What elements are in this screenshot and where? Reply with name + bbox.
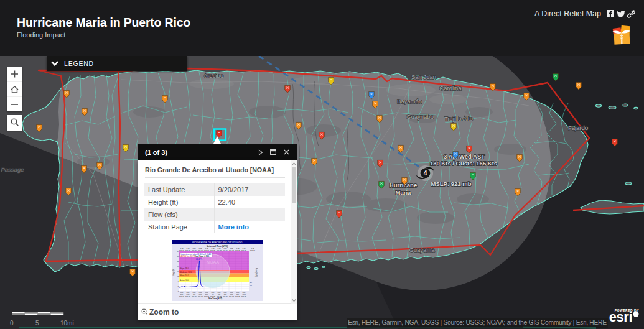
svg-text:Universal Time (UTC): Universal Time (UTC) — [207, 245, 228, 248]
svg-text:Guayama: Guayama — [409, 246, 435, 253]
svg-text:Sep 20: Sep 20 — [198, 249, 203, 251]
svg-text:Action: 10.0: Action: 10.0 — [180, 279, 189, 282]
svg-text:Minor: 14.0: Minor: 14.0 — [180, 274, 189, 277]
svg-text:Bayamón: Bayamón — [397, 98, 422, 104]
svg-text:Sep 21: Sep 21 — [204, 249, 210, 251]
svg-text:22.40 ft: 22.40 ft — [196, 258, 202, 261]
svg-text:Sep 19: Sep 19 — [192, 295, 197, 297]
svg-text:Sep 26: Sep 26 — [235, 249, 241, 251]
svg-text:Maria: Maria — [396, 189, 412, 196]
svg-text:Fajardo: Fajardo — [568, 124, 588, 131]
svg-text:Sep 24: Sep 24 — [223, 249, 228, 251]
svg-text:Sep 19: Sep 19 — [192, 249, 197, 251]
svg-text:130 Kts / Gusts: 165 Kts: 130 Kts / Gusts: 165 Kts — [430, 160, 497, 167]
svg-text:Sep 27: Sep 27 — [241, 249, 247, 251]
svg-text:AST 20 Sep 2017. Flood Stage i: AST 20 Sep 2017. Flood Stage is 14 ft — [181, 255, 210, 257]
svg-text:Stage (ft): Stage (ft) — [172, 269, 175, 276]
svg-text:RIO GRANDE DE ARECIBO BELOW UT: RIO GRANDE DE ARECIBO BELOW UTUADO — [192, 241, 242, 244]
svg-text:Sep 26: Sep 26 — [235, 295, 241, 297]
svg-text:Sep 20: Sep 20 — [198, 295, 203, 297]
svg-text:Flow (kcfs): Flow (kcfs) — [255, 268, 258, 277]
svg-text:Moderate: 16.5: Moderate: 16.5 — [180, 271, 192, 274]
svg-text:San Juan: San Juan — [411, 73, 436, 80]
svg-text:Sep 27: Sep 27 — [250, 249, 256, 251]
svg-text:Passage: Passage — [1, 166, 24, 173]
svg-text:Carolina: Carolina — [439, 85, 462, 91]
svg-text:Sep 25: Sep 25 — [229, 249, 235, 251]
svg-text:Sep 17: Sep 17 — [179, 249, 185, 251]
svg-text:3 AM Wed AST: 3 AM Wed AST — [444, 153, 485, 160]
svg-text:Sep 27: Sep 27 — [241, 295, 247, 297]
svg-text:Sep 17: Sep 17 — [179, 295, 185, 297]
svg-text:Guaynabo: Guaynabo — [406, 113, 434, 120]
svg-text:Arecibo: Arecibo — [203, 72, 223, 79]
svg-text:Site Time (AST): Site Time (AST) — [208, 297, 222, 300]
svg-text:NOAA: NOAA — [207, 260, 219, 264]
svg-text:Sep 23: Sep 23 — [217, 249, 222, 251]
svg-text:Sep 18: Sep 18 — [185, 249, 191, 251]
svg-text:Trujillo Alto: Trujillo Alto — [444, 115, 473, 122]
svg-text:MSLP: 921 mb: MSLP: 921 mb — [431, 180, 472, 187]
svg-text:Sep 25: Sep 25 — [229, 295, 235, 297]
svg-text:Major: 18.0: Major: 18.0 — [180, 267, 189, 270]
svg-text:Sep 18: Sep 18 — [185, 295, 191, 297]
svg-text:4: 4 — [424, 170, 427, 177]
svg-text:Sep 22: Sep 22 — [210, 249, 216, 251]
svg-text:Sep 24: Sep 24 — [223, 295, 228, 297]
